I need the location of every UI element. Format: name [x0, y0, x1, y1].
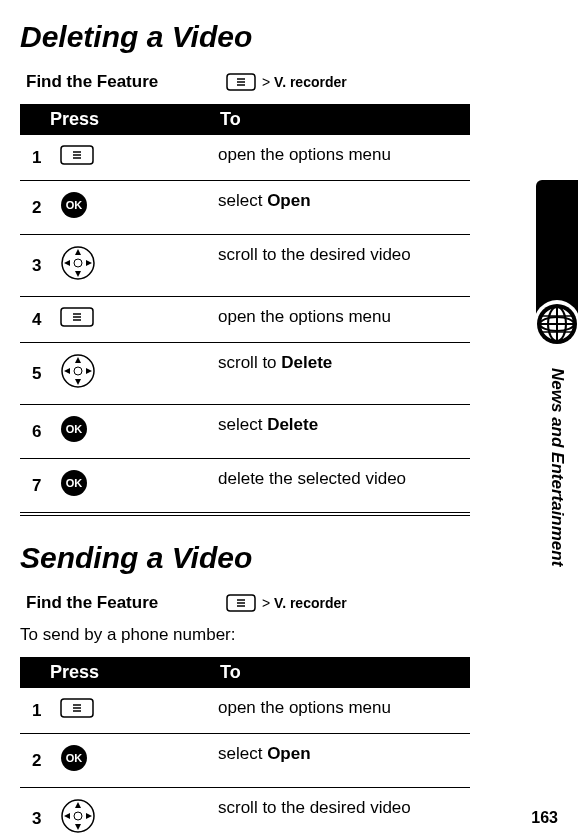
- table-row: 1 open the options menu: [20, 135, 470, 181]
- step-num: 3: [20, 788, 52, 840]
- heading-sending: Sending a Video: [20, 541, 552, 575]
- svg-marker-24: [86, 260, 92, 266]
- svg-marker-23: [64, 260, 70, 266]
- ok-icon: OK: [60, 191, 88, 219]
- action-cell: select Delete: [210, 405, 470, 459]
- svg-marker-34: [86, 368, 92, 374]
- menu-path-sep: >: [262, 595, 270, 611]
- step-num: 6: [20, 405, 52, 459]
- press-icon-cell: OK: [52, 459, 210, 515]
- svg-marker-33: [64, 368, 70, 374]
- sending-body-text: To send by a phone number:: [20, 625, 552, 645]
- svg-marker-21: [75, 249, 81, 255]
- table-row: 3 scroll to the desired video: [20, 235, 470, 297]
- svg-point-50: [74, 812, 82, 820]
- menu-path-sep: >: [262, 74, 270, 90]
- action-cell: open the options menu: [210, 688, 470, 734]
- side-tab-background: [536, 180, 578, 320]
- menu-icon: [60, 145, 94, 165]
- action-prefix: select: [218, 744, 267, 763]
- table-row: 1 open the options menu: [20, 688, 470, 734]
- action-prefix: select: [218, 191, 267, 210]
- table-row: 2 OK select Open: [20, 734, 470, 788]
- svg-text:OK: OK: [65, 752, 82, 764]
- sending-table: Press To 1 open the options menu 2 OK se…: [20, 657, 470, 839]
- step-num: 3: [20, 235, 52, 297]
- press-icon-cell: [52, 688, 210, 734]
- step-num: 5: [20, 343, 52, 405]
- action-bold: Delete: [267, 415, 318, 434]
- action-cell: open the options menu: [210, 135, 470, 181]
- svg-marker-22: [75, 271, 81, 277]
- action-cell: scroll to the desired video: [210, 788, 470, 840]
- svg-marker-52: [75, 824, 81, 830]
- svg-point-20: [74, 259, 82, 267]
- menu-icon: [60, 307, 94, 327]
- action-cell: select Open: [210, 734, 470, 788]
- find-feature-row-2: Find the Feature > V. recorder: [20, 593, 552, 613]
- find-feature-row-1: Find the Feature > V. recorder: [20, 72, 552, 92]
- find-feature-label-2: Find the Feature: [26, 593, 226, 613]
- ok-icon: OK: [60, 744, 88, 772]
- svg-point-30: [74, 367, 82, 375]
- menu-path-1: > V. recorder: [226, 73, 347, 91]
- globe-icon: [533, 300, 581, 352]
- svg-marker-51: [75, 802, 81, 808]
- page-number: 163: [531, 809, 558, 827]
- svg-text:OK: OK: [65, 423, 82, 435]
- step-num: 4: [20, 297, 52, 343]
- action-bold: Delete: [281, 353, 332, 372]
- heading-deleting: Deleting a Video: [20, 20, 552, 54]
- press-icon-cell: [52, 297, 210, 343]
- action-cell: scroll to the desired video: [210, 235, 470, 297]
- menu-path-2: > V. recorder: [226, 594, 347, 612]
- step-num: 2: [20, 181, 52, 235]
- press-icon-cell: [52, 788, 210, 840]
- action-cell: scroll to Delete: [210, 343, 470, 405]
- step-num: 7: [20, 459, 52, 515]
- step-num: 1: [20, 135, 52, 181]
- svg-marker-54: [86, 813, 92, 819]
- action-prefix: select: [218, 415, 267, 434]
- menu-path-text-1: > V. recorder: [262, 74, 347, 90]
- find-feature-label-1: Find the Feature: [26, 72, 226, 92]
- svg-text:OK: OK: [65, 199, 82, 211]
- col-to: To: [210, 104, 470, 135]
- menu-icon: [226, 594, 256, 612]
- dpad-icon: [60, 353, 96, 389]
- col-press: Press: [20, 104, 210, 135]
- press-icon-cell: [52, 235, 210, 297]
- table-row: 5 scroll to Delete: [20, 343, 470, 405]
- table-row: 3 scroll to the desired video: [20, 788, 470, 840]
- table-row: 6 OK select Delete: [20, 405, 470, 459]
- deleting-table: Press To 1 open the options menu 2 OK se…: [20, 104, 470, 516]
- menu-path-text-2: > V. recorder: [262, 595, 347, 611]
- dpad-icon: [60, 798, 96, 834]
- menu-path-item: V. recorder: [274, 74, 347, 90]
- step-num: 1: [20, 688, 52, 734]
- svg-marker-32: [75, 379, 81, 385]
- side-tab: News and Entertainment: [532, 180, 582, 566]
- press-icon-cell: OK: [52, 734, 210, 788]
- menu-icon: [60, 698, 94, 718]
- svg-text:OK: OK: [65, 477, 82, 489]
- action-cell: delete the selected video: [210, 459, 470, 515]
- press-icon-cell: OK: [52, 405, 210, 459]
- table-row: 7 OK delete the selected video: [20, 459, 470, 515]
- step-num: 2: [20, 734, 52, 788]
- ok-icon: OK: [60, 469, 88, 497]
- col-press: Press: [20, 657, 210, 688]
- section-tab-label: News and Entertainment: [547, 368, 567, 566]
- menu-path-item: V. recorder: [274, 595, 347, 611]
- action-bold: Open: [267, 191, 310, 210]
- action-cell: select Open: [210, 181, 470, 235]
- col-to: To: [210, 657, 470, 688]
- press-icon-cell: OK: [52, 181, 210, 235]
- svg-marker-53: [64, 813, 70, 819]
- action-bold: Open: [267, 744, 310, 763]
- svg-marker-31: [75, 357, 81, 363]
- action-prefix: scroll to: [218, 353, 281, 372]
- action-cell: open the options menu: [210, 297, 470, 343]
- dpad-icon: [60, 245, 96, 281]
- table-row: 2 OK select Open: [20, 181, 470, 235]
